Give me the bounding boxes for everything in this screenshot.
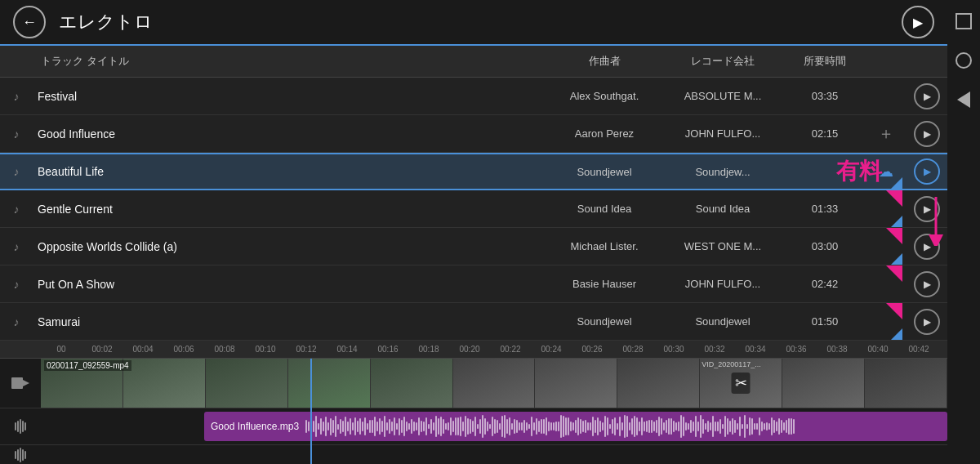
wave-bar bbox=[347, 422, 349, 431]
video-clip-label-2: VID_20200117_... bbox=[702, 360, 761, 368]
wave-bar bbox=[494, 419, 496, 433]
track-title: Opposite Worlds Collide (a) bbox=[33, 240, 547, 253]
wave-bar bbox=[350, 418, 351, 435]
wave-bar bbox=[604, 416, 606, 437]
play-button[interactable]: ▶ bbox=[914, 309, 940, 335]
video-frame bbox=[206, 359, 288, 408]
video-strip[interactable]: 0200117_092559-mp4 VID_20200117_... ✂ bbox=[41, 359, 947, 408]
wave-bar bbox=[719, 419, 721, 434]
video-frame bbox=[371, 359, 453, 408]
track-play[interactable]: ▶ bbox=[906, 83, 947, 109]
wave-bar bbox=[786, 420, 787, 434]
wave-bar bbox=[467, 418, 469, 435]
sidebar-circle-button[interactable] bbox=[952, 49, 975, 72]
wave-bar bbox=[746, 424, 748, 430]
new-badge bbox=[886, 303, 902, 319]
timeline-ruler: 00 00:02 00:04 00:06 00:08 00:10 00:12 0… bbox=[0, 341, 947, 359]
wave-bar bbox=[673, 421, 675, 431]
wave-bar bbox=[526, 422, 528, 430]
wave-bar bbox=[607, 417, 608, 435]
wave-bar bbox=[440, 417, 442, 436]
wave-bar bbox=[450, 417, 452, 436]
wave-bar bbox=[315, 416, 317, 436]
audio-track: Good Influence.mp3 bbox=[0, 408, 947, 445]
play-button[interactable]: ▶ bbox=[914, 83, 940, 109]
wave-bar bbox=[372, 420, 373, 432]
track-add[interactable]: ＋ bbox=[866, 121, 906, 147]
blue-corner bbox=[891, 177, 902, 189]
play-button[interactable]: ▶ bbox=[914, 121, 940, 147]
track-label: WEST ONE M... bbox=[662, 240, 784, 252]
wave-bar bbox=[408, 423, 410, 430]
wave-bar bbox=[675, 422, 677, 431]
ruler-tick: 00:04 bbox=[122, 345, 163, 354]
wave-bar bbox=[563, 416, 564, 438]
play-button[interactable]: ▶ bbox=[914, 271, 940, 297]
wave-bar bbox=[455, 417, 457, 435]
wave-bar bbox=[778, 418, 780, 435]
sidebar-back-button[interactable] bbox=[952, 88, 975, 111]
wave-bar bbox=[680, 415, 682, 438]
wave-bar bbox=[543, 419, 545, 433]
header-play-button[interactable]: ▶ bbox=[902, 6, 934, 38]
down-arrow-icon bbox=[928, 197, 944, 246]
wave-bar bbox=[565, 417, 567, 435]
timeline-section: 00 00:02 00:04 00:06 00:08 00:10 00:12 0… bbox=[0, 341, 947, 464]
wave-bar bbox=[396, 423, 398, 430]
sidebar-square-button[interactable] bbox=[952, 10, 975, 33]
wave-bar bbox=[386, 422, 388, 431]
ruler-tick: 00:16 bbox=[368, 345, 408, 354]
wave-bar bbox=[318, 423, 319, 430]
col-duration: 所要時間 bbox=[784, 51, 866, 72]
track-play[interactable]: ▶ bbox=[906, 271, 947, 297]
video-clip-label-1: 0200117_092559-mp4 bbox=[44, 360, 131, 371]
track-play[interactable]: ▶ bbox=[906, 121, 947, 147]
music-icon: ♪ bbox=[0, 165, 33, 178]
wave-bar bbox=[739, 417, 741, 437]
wave-bar bbox=[732, 418, 733, 434]
wave-bar bbox=[783, 422, 785, 431]
wave-bar bbox=[568, 417, 569, 436]
new-badge bbox=[886, 190, 902, 207]
wave-bar bbox=[744, 415, 746, 437]
wave-bar bbox=[666, 420, 667, 433]
wave-bar bbox=[715, 422, 716, 431]
wave-bar bbox=[634, 416, 635, 438]
wave-bar bbox=[585, 420, 586, 432]
audio2-track-icon bbox=[0, 448, 41, 462]
add-button[interactable]: ＋ bbox=[873, 121, 899, 147]
wave-bar bbox=[399, 418, 400, 435]
wave-bar bbox=[702, 419, 704, 434]
play-button[interactable]: ▶ bbox=[914, 158, 940, 185]
wave-bar bbox=[690, 420, 692, 432]
wave-bar bbox=[599, 421, 601, 432]
track-duration: 02:15 bbox=[784, 127, 866, 140]
table-row: ♪ Festival Alex Southgat. ABSOLUTE M... … bbox=[0, 78, 947, 115]
wave-bar bbox=[791, 418, 792, 434]
wave-bar bbox=[595, 420, 596, 433]
wave-bar bbox=[742, 424, 743, 429]
wave-bar bbox=[362, 422, 363, 431]
wave-bar bbox=[308, 422, 310, 431]
wave-bar bbox=[663, 422, 665, 431]
audio-strip[interactable]: Good Influence.mp3 bbox=[204, 412, 947, 441]
track-composer: Soundjewel bbox=[547, 166, 662, 178]
track-play[interactable]: ▶ bbox=[906, 158, 947, 185]
wave-bar bbox=[717, 422, 719, 431]
wave-bar bbox=[506, 419, 508, 435]
col-action2 bbox=[906, 51, 947, 72]
back-button[interactable]: ← bbox=[13, 6, 46, 38]
track-play[interactable]: ▶ bbox=[906, 309, 947, 335]
wave-bar bbox=[626, 416, 628, 436]
wave-bar bbox=[379, 418, 381, 435]
col-action1 bbox=[866, 51, 906, 72]
music-icon: ♪ bbox=[0, 315, 33, 328]
track-composer: Soundjewel bbox=[547, 315, 662, 328]
track-composer: Basie Hauser bbox=[547, 278, 662, 290]
wave-bar bbox=[619, 417, 621, 435]
wave-bar bbox=[448, 422, 449, 430]
wave-bar bbox=[705, 423, 706, 430]
wave-bar bbox=[572, 422, 574, 430]
table-row: ♪ Samurai Soundjewel Soundjewel 01:50 ▶ bbox=[0, 303, 947, 341]
wave-bar bbox=[776, 422, 777, 431]
